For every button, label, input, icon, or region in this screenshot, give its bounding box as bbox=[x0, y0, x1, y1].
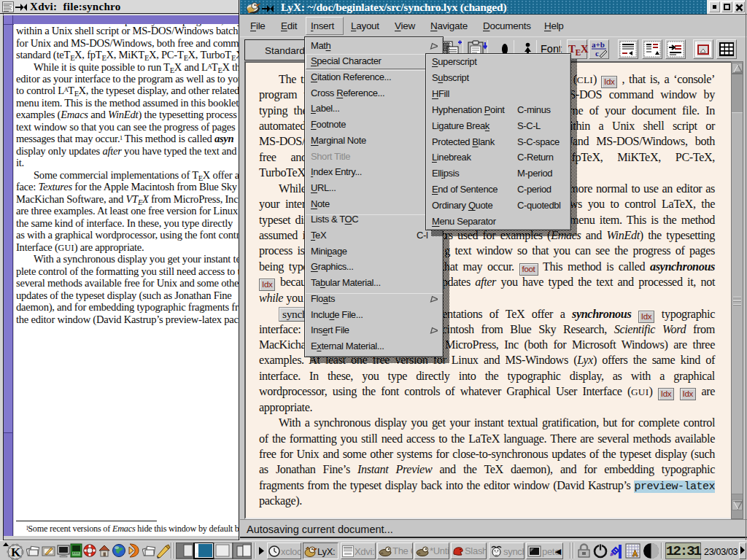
svg-text:K: K bbox=[11, 545, 21, 559]
svg-text:c: c bbox=[595, 49, 599, 58]
svg-text:a+b: a+b bbox=[592, 40, 605, 49]
